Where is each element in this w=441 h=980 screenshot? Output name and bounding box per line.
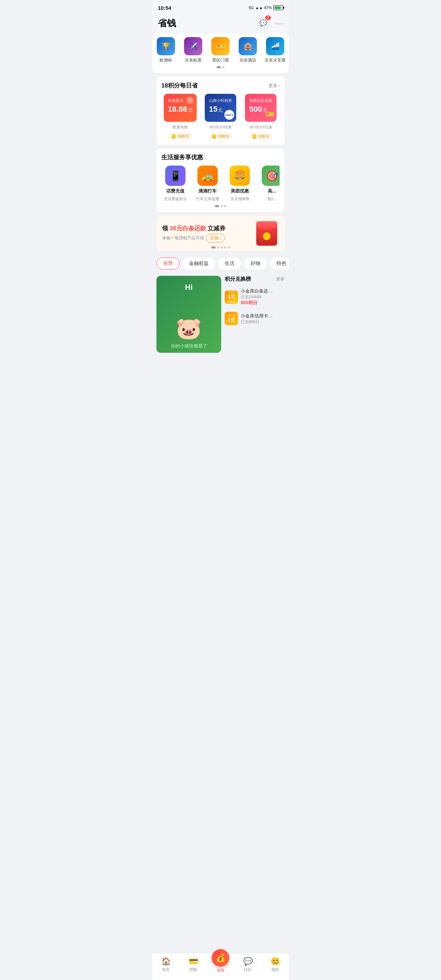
banner-dot-3 (221, 247, 223, 248)
hotel-icon: 🏨 (239, 37, 257, 55)
shortcut-item-euro[interactable]: 🏆 欧洲杯 (154, 37, 178, 64)
shortcut-dots (152, 66, 289, 68)
banner-dots (212, 247, 229, 248)
points-card-red[interactable]: 奖励最高 18.88 元 开 (164, 94, 197, 122)
service-phone[interactable]: 📱 话费充值 充话费返积分 (161, 165, 189, 202)
exchange-list: 积分兑换榜 更多 TOP1 1元 还款券 小金库白条还… 已兑216849 80… (225, 276, 285, 353)
didi-service-label: 滴滴打车 (199, 188, 217, 194)
shortcut-item-train[interactable]: 🚄 京东火车票 (263, 37, 287, 64)
more-service-icon: 🎯 (262, 165, 280, 186)
tab-finance[interactable]: 金融权益 (182, 258, 215, 269)
red-card-toggle[interactable]: 开 (186, 97, 194, 104)
exchange-more-link[interactable]: 更多 (276, 276, 285, 282)
shortcut-label-hotel: 京东酒店 (239, 57, 256, 64)
meituan-service-sublabel: 天天领神券 (230, 196, 250, 202)
pig-card-title: Hi (156, 283, 221, 292)
recommendations-grid: Hi 🐷 你的小猪快饿晕了 积分兑换榜 更多 TOP1 1元 还款券 小金库白条… (152, 272, 289, 356)
service-dots (161, 205, 280, 207)
phone-service-label: 话费充值 (166, 188, 185, 194)
services-section-title: 生活服务享优惠 (161, 153, 203, 161)
shortcuts-section: 🏆 欧洲杯 ✈️ 京东机票 🎫 景区门票 🏨 京东酒店 🚄 京东火车票 (152, 33, 289, 73)
red-card-points: 🪙 18积分 (168, 133, 192, 140)
pink-card-deco: 🎫 (266, 110, 274, 118)
sam-logo: Sam's (224, 110, 234, 120)
status-bar: 10:54 5G ▲▲ 87% (152, 0, 289, 14)
service-meituan[interactable]: 🍔 美团优惠 天天领神券 (226, 165, 254, 202)
wifi-icon: ▲▲ (255, 6, 263, 10)
shortcut-label-train: 京东火车票 (264, 57, 286, 64)
phone-service-sublabel: 充话费返积分 (164, 196, 187, 202)
pig-card[interactable]: Hi 🐷 你的小猪快饿晕了 (156, 276, 221, 353)
service-dot-2 (221, 205, 223, 207)
tab-goods[interactable]: 好物 (244, 258, 267, 269)
message-badge: 7 (265, 15, 271, 20)
blue-card-amount: 15 (209, 105, 217, 114)
exchange-name-1: 小金库白条还… (241, 288, 285, 294)
tab-special[interactable]: 特色 (270, 258, 289, 269)
red-envelope-icon (256, 221, 277, 246)
blue-card-points: 🪙 18积分 (209, 133, 232, 140)
message-button[interactable]: 💬 7 (257, 17, 269, 29)
exchange-info-2: 小金库信用卡… 已兑68541 (241, 313, 285, 325)
points-card-blue[interactable]: 山姆小时购券 15 元 Sam's (205, 94, 236, 122)
pig-card-subtitle: 你的小猪快饿晕了 (171, 343, 207, 349)
dot-1 (217, 66, 221, 68)
services-row: 📱 话费充值 充话费返积分 🚕 滴滴打车 打车立享优惠 🍔 美团优惠 天天领神券… (161, 165, 280, 202)
points-item-red: 奖励最高 18.88 元 开 数量有限 🪙 18积分 (161, 94, 199, 140)
points-section-title: 18积分每日省 (161, 81, 198, 90)
red-card-unit: 元 (188, 107, 193, 113)
shortcuts-row: 🏆 欧洲杯 ✈️ 京东机票 🎫 景区门票 🏨 京东酒店 🚄 京东火车票 (152, 37, 289, 64)
blue-card-subtitle: 山姆小时购券 (209, 98, 232, 103)
exchange-rank-2: TOP2 2元 (225, 312, 238, 325)
shortcut-item-ticket[interactable]: ✈️ 京东机票 (181, 37, 205, 64)
banner-dot-5 (228, 247, 229, 248)
banner-subtitle: 体验一笔理财产品可得 去领 › (162, 234, 225, 243)
battery-percent: 87% (264, 6, 272, 10)
red-card-meta: 数量有限 (172, 125, 188, 130)
exchange-rank-1: TOP1 1元 还款券 (225, 291, 238, 304)
header-actions: 💬 7 ··· (257, 17, 283, 29)
page-title: 省钱 (158, 17, 176, 29)
points-section-header: 18积分每日省 更多 › (161, 81, 280, 90)
exchange-name-2: 小金库信用卡… (241, 313, 285, 319)
more-service-label: 高... (268, 188, 276, 194)
shortcut-item-hotel[interactable]: 🏨 京东酒店 (236, 37, 260, 64)
exchange-header: 积分兑换榜 更多 (225, 276, 285, 282)
battery-icon (273, 5, 283, 10)
more-service-sublabel: 领1... (267, 196, 277, 202)
pink-card-amount: 500 (249, 105, 262, 114)
pink-card-meta: 00:05:07结束 (250, 125, 272, 130)
envelope-circle (263, 232, 271, 240)
coin-icon-red: 🪙 (171, 134, 177, 139)
points-item-pink: 免费还款额度 500 元 🎫 00:05:07结束 🪙 18积分 (242, 94, 280, 140)
banner-dot-4 (224, 247, 226, 248)
dot-2 (222, 66, 224, 68)
status-icons: 5G ▲▲ 87% (249, 5, 283, 10)
shortcut-label-euro: 欧洲杯 (159, 57, 172, 64)
euro-icon: 🏆 (157, 37, 175, 55)
scenic-icon: 🎫 (212, 37, 229, 55)
blue-card-unit: 元 (218, 107, 223, 113)
banner-btn[interactable]: 去领 › (206, 234, 225, 243)
shortcut-item-scenic[interactable]: 🎫 景区门票 (208, 37, 233, 64)
exchange-item-2[interactable]: TOP2 2元 小金库信用卡… 已兑68541 (225, 309, 285, 328)
banner-title: 领 30元白条还款 立减券 (162, 224, 225, 232)
service-more[interactable]: 🎯 高... 领1... (258, 165, 280, 202)
phone-service-icon: 📱 (165, 165, 186, 186)
tab-recommend[interactable]: 推荐 (156, 258, 180, 269)
coin-icon-blue: 🪙 (212, 134, 217, 139)
points-cards-row: 奖励最高 18.88 元 开 数量有限 🪙 18积分 山姆小时购券 15 元 (161, 94, 280, 140)
didi-service-sublabel: 打车立享优惠 (196, 196, 219, 202)
exchange-item-1[interactable]: TOP1 1元 还款券 小金库白条还… 已兑216849 800积分 (225, 285, 285, 309)
didi-service-icon: 🚕 (197, 165, 218, 186)
service-didi[interactable]: 🚕 滴滴打车 打车立享优惠 (194, 165, 221, 202)
exchange-info-1: 小金库白条还… 已兑216849 800积分 (241, 288, 285, 306)
service-dot-3 (224, 205, 226, 207)
more-button[interactable]: ··· (275, 19, 283, 27)
red-card-subtitle: 奖励最高 (168, 98, 183, 103)
points-card-pink[interactable]: 免费还款额度 500 元 🎫 (245, 94, 277, 122)
red-card-amount: 18.88 (168, 105, 187, 114)
shortcut-label-ticket: 京东机票 (185, 57, 202, 64)
points-more-link[interactable]: 更多 › (269, 83, 280, 89)
tab-life[interactable]: 生活 (218, 258, 241, 269)
